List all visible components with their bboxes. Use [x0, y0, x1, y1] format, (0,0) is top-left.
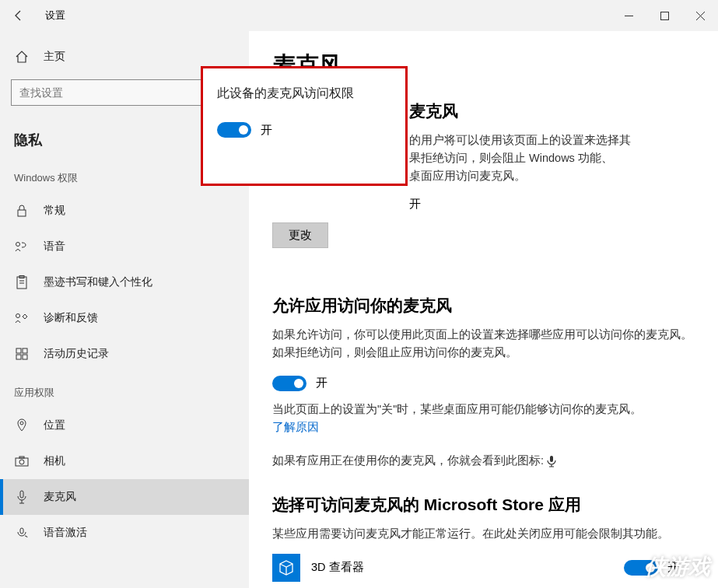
minimize-button[interactable] [611, 0, 646, 31]
section2-desc: 如果允许访问，你可以使用此页面上的设置来选择哪些应用可以访问你的麦克风。如果拒绝… [272, 326, 695, 362]
svg-rect-18 [19, 457, 24, 458]
clipboard-icon [14, 275, 30, 290]
camera-icon [14, 453, 30, 469]
svg-rect-13 [16, 355, 21, 359]
search-input[interactable] [19, 86, 217, 99]
callout-title: 此设备的麦克风访问权限 [217, 86, 391, 102]
device-mic-status: 开 [409, 197, 695, 212]
arrow-left-icon [12, 9, 25, 22]
svg-rect-19 [20, 491, 23, 498]
sidebar-item-speech[interactable]: 语音 [0, 229, 249, 264]
svg-point-15 [20, 422, 23, 425]
mic-in-use-note: 如果有应用正在使用你的麦克风，你就会看到此图标: [272, 452, 695, 470]
maximize-button[interactable] [646, 0, 682, 31]
section2-note: 当此页面上的设置为"关"时，某些桌面应用可能仍能够访问你的麦克风。 了解原因 [272, 401, 695, 436]
svg-rect-1 [660, 12, 668, 19]
toggle-label: 开 [261, 123, 272, 138]
app-toggle[interactable]: 开 [624, 560, 679, 576]
learn-why-link[interactable]: 了解原因 [272, 421, 319, 433]
window-controls [611, 0, 718, 31]
nav-label: 诊断和反馈 [44, 311, 98, 325]
nav-label: 常规 [44, 204, 65, 218]
svg-rect-11 [16, 348, 21, 353]
section3-desc: 某些应用需要访问麦克风才能正常运行。在此处关闭应用可能会限制其功能。 [272, 525, 695, 543]
section-app-perms: 应用权限 [0, 372, 249, 408]
change-button[interactable]: 更改 [272, 222, 328, 248]
window-title: 设置 [45, 9, 65, 23]
nav-label: 活动历史记录 [44, 347, 109, 361]
nav-label: 语音 [44, 240, 65, 254]
sidebar-item-activity[interactable]: 活动历史记录 [0, 336, 249, 372]
nav-label: 相机 [44, 454, 65, 468]
svg-rect-14 [23, 355, 27, 359]
nav-label: 语音激活 [44, 526, 87, 540]
svg-point-17 [19, 460, 24, 464]
back-button[interactable] [0, 0, 37, 31]
location-icon [14, 418, 30, 433]
section3-title: 选择可访问麦克风的 Microsoft Store 应用 [272, 494, 695, 516]
section2-title: 允许应用访问你的麦克风 [272, 295, 695, 317]
toggle-label: 开 [667, 560, 679, 575]
speech-icon [14, 239, 30, 254]
feedback-icon [14, 310, 30, 326]
titlebar: 设置 [0, 0, 718, 31]
microphone-icon [547, 455, 556, 467]
voice-activation-icon [14, 525, 30, 541]
svg-rect-12 [23, 348, 27, 353]
timeline-icon [14, 346, 30, 362]
svg-rect-4 [18, 210, 26, 216]
microphone-icon [14, 489, 30, 505]
app-access-toggle[interactable]: 开 [272, 376, 327, 391]
nav-label: 麦克风 [44, 490, 76, 504]
svg-rect-21 [550, 456, 553, 462]
nav-label: 墨迹书写和键入个性化 [44, 275, 152, 289]
nav-label: 主页 [44, 50, 65, 64]
svg-rect-20 [20, 528, 23, 534]
sidebar-item-inking[interactable]: 墨迹书写和键入个性化 [0, 264, 249, 300]
sidebar-item-general[interactable]: 常规 [0, 193, 249, 229]
section1-title-partial: 麦克风 [409, 100, 695, 122]
sidebar-item-diagnostics[interactable]: 诊断和反馈 [0, 300, 249, 336]
toggle-label: 开 [316, 376, 327, 390]
close-button[interactable] [682, 0, 718, 31]
sidebar-item-voice-activation[interactable]: 语音激活 [0, 515, 249, 551]
sidebar-item-camera[interactable]: 相机 [0, 443, 249, 479]
home-icon [14, 49, 30, 65]
lock-icon [14, 203, 30, 219]
app-row: 3D 查看器 开 [272, 554, 695, 582]
nav-label: 位置 [44, 418, 65, 432]
app-cube-icon [272, 554, 300, 582]
sidebar-item-microphone[interactable]: 麦克风 [0, 479, 249, 515]
section1-desc-partial: 的用户将可以使用该页面上的设置来选择其 果拒绝访问，则会阻止 Windows 功… [409, 131, 695, 186]
svg-point-5 [16, 243, 20, 247]
svg-point-10 [16, 314, 20, 318]
callout-highlight: 此设备的麦克风访问权限 开 [201, 66, 408, 186]
sidebar-item-location[interactable]: 位置 [0, 408, 249, 443]
app-name: 3D 查看器 [311, 560, 624, 575]
device-mic-toggle[interactable]: 开 [217, 122, 272, 138]
